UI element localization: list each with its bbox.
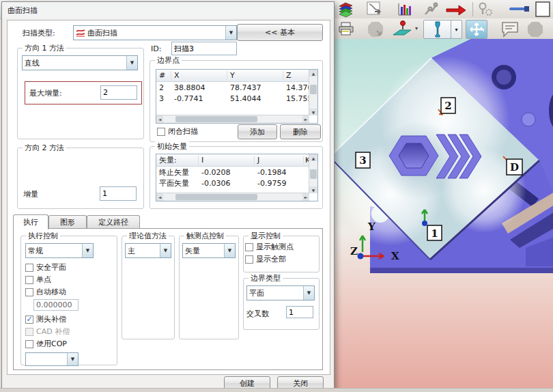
auto-move-checkbox[interactable]: 自动移动 [25,287,66,297]
direction2-group: 方向 2 方法 增量 [17,148,144,209]
show-hits-checkbox[interactable]: 显示触测点 [245,242,294,252]
cop-combo[interactable]: ▼ [25,352,79,366]
feature-label-2[interactable]: 2 [441,98,455,113]
secondary-toolbar: ▾ ▾ [332,18,553,40]
max-increment-input[interactable] [100,85,137,100]
closed-scan-checkbox[interactable]: 闭合扫描 [157,126,198,137]
show-all-checkbox[interactable]: 显示全部 [245,254,286,264]
surface-scan-icon [76,29,85,37]
probe-setup-icon[interactable] [477,1,494,18]
svg-text:Y: Y [367,221,375,233]
crossings-label: 交叉数 [246,309,269,319]
chevron-down-icon: ▼ [225,26,236,40]
tab-define-path[interactable]: 定义路径 [87,215,140,229]
table-row[interactable]: 3 -0.7741 51.4044 15.755 [156,93,317,104]
robot-arm-icon[interactable] [422,1,440,18]
svg-text:1: 1 [431,227,438,240]
hit-point-control-group: 触测点控制 矢量▼ [179,236,239,339]
nominals-method-combo[interactable]: 主▼ [125,243,171,258]
octagon-arrow-icon[interactable] [366,20,385,39]
probe-mode-button[interactable] [423,20,452,39]
direction1-method-combo[interactable]: 直线▼ [22,55,138,70]
svg-text:X: X [391,250,399,262]
tab-execute[interactable]: 执行 [13,214,48,229]
hit-type-combo[interactable]: 矢量▼ [182,243,236,258]
chevron-down-icon: ▼ [67,353,78,365]
tab-graphics[interactable]: 图形 [48,215,87,229]
boundary-type-label: 边界类型 [249,273,283,283]
single-point-checkbox[interactable]: 单点 [25,275,51,285]
boundary-type-combo[interactable]: 平面▼ [246,285,315,300]
zoom-slider-icon[interactable] [508,4,533,14]
cad-part-drawing: 2 3 D 1 Y Z X [332,39,553,392]
initial-vector-group: 初始矢量 矢量: I J K 终止矢量 -0.0208 -0.1984 平面矢量 [150,146,323,209]
checkbox-box [157,128,165,136]
layers-icon[interactable] [337,1,355,18]
initial-vector-group-label: 初始矢量 [155,141,189,152]
app-window: ▾ ▾ [0,0,553,392]
closed-scan-label: 闭合扫描 [168,126,198,137]
display-control-label: 显示控制 [249,231,283,241]
auto-move-distance-input[interactable] [33,299,79,311]
checkbox-box [25,276,33,284]
probe-mode-dropdown[interactable]: ▾ [451,20,462,39]
vertical-scrollbar[interactable]: ▲▼ [309,154,317,193]
basic-toggle-button[interactable]: << 基本 [237,24,323,41]
chevron-down-icon: ▼ [160,244,171,257]
crossings-input[interactable] [286,306,313,318]
id-label: ID: [151,44,161,53]
move-button[interactable] [466,20,487,39]
feature-label-3[interactable]: 3 [356,152,370,168]
chevron-down-icon: ▼ [82,244,93,257]
status-strip [0,388,553,392]
comment-icon[interactable] [500,20,520,39]
vertical-scrollbar[interactable]: ▲▼ [309,70,317,115]
safety-plane-checkbox[interactable]: 安全平面 [25,262,66,272]
hit-point-1 [422,221,427,226]
horizontal-scrollbar[interactable]: ◄► [156,193,309,201]
initial-vector-table[interactable]: 矢量: I J K 终止矢量 -0.0208 -0.1984 平面矢量 -0.0… [156,154,318,201]
red-arrow-icon[interactable] [445,2,467,16]
increment-input[interactable] [100,186,137,201]
cad-viewport[interactable]: 2 3 D 1 Y Z X [332,39,553,392]
add-button[interactable]: 添加 [238,124,277,139]
probe-comp-checkbox[interactable]: 测头补偿 [25,314,66,324]
dialog-titlebar[interactable]: 曲面扫描 [2,2,334,18]
direction1-group: 方向 1 方法 直线▼ 最大增量: [17,48,144,139]
probe-plane-dropdown-arrow[interactable]: ▾ [415,25,418,31]
cad-comp-checkbox: CAD 补偿 [25,326,70,337]
checkbox-box [25,264,33,272]
histogram-icon[interactable] [396,1,414,18]
table-row[interactable]: 终止矢量 -0.0208 -0.1984 [156,167,317,178]
id-input[interactable] [171,42,237,55]
chevron-down-icon: ▼ [303,286,314,300]
nominals-method-group: 理论值方法 主▼ [122,236,175,339]
curve-export-icon[interactable] [366,1,384,18]
table-row[interactable]: 平面矢量 -0.0306 -0.9759 [156,178,317,188]
svg-text:D: D [510,161,519,173]
feature-label-d[interactable]: D [507,159,522,175]
blank-page-icon[interactable] [534,1,552,18]
boundary-points-table[interactable]: # X Y Z 2 38.8804 78.7437 14.376 3 -0.77… [156,69,318,124]
max-increment-label: 最大增量: [29,88,62,98]
table-header: 矢量: I J K [156,154,317,167]
increment-label: 增量 [23,189,38,199]
delete-button[interactable]: 删除 [280,124,321,139]
scan-type-combo[interactable]: 曲面扫描 ▼ [73,25,237,40]
display-control-group: 显示控制 显示触测点 显示全部 [243,236,320,272]
print-icon[interactable] [337,20,355,38]
probe-plane-icon[interactable] [391,20,414,39]
table-header: # X Y Z [156,70,317,82]
execution-control-group: 执行控制 常规▼ 安全平面 单点 自动移动 测头补偿 CAD 补偿 [20,236,117,365]
execution-mode-combo[interactable]: 常规▼ [25,243,94,258]
svg-text:Z: Z [350,245,358,257]
dialog-title: 曲面扫描 [8,5,38,16]
table-row[interactable]: 2 38.8804 78.7437 14.376 [156,82,317,93]
move-icon [469,22,484,37]
boundary-group-label: 边界点 [155,55,182,66]
use-cop-checkbox[interactable]: 使用COP [25,339,67,349]
checkbox-box [25,328,33,336]
direction1-group-label: 方向 1 方法 [23,43,66,53]
octagon-icon[interactable] [526,20,545,39]
horizontal-scrollbar[interactable]: ◄► [156,115,309,123]
